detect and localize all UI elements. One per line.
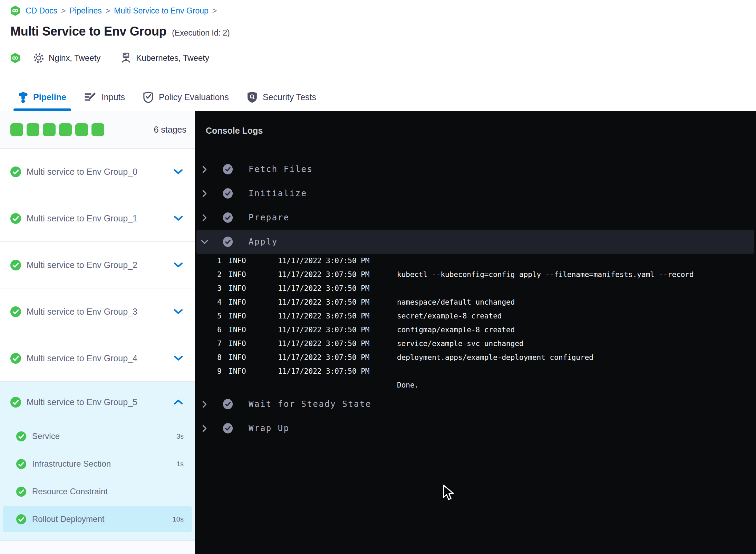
console-step-label: Apply bbox=[249, 237, 278, 247]
console-step-section[interactable]: Fetch Files bbox=[195, 157, 756, 181]
console-step-label: Prepare bbox=[249, 213, 290, 222]
success-check-icon bbox=[16, 487, 26, 497]
tab-label: Security Tests bbox=[263, 92, 316, 102]
chevron-right-icon[interactable] bbox=[202, 214, 207, 222]
log-line-number: 7 bbox=[195, 340, 222, 348]
chevron-down-icon[interactable] bbox=[174, 169, 183, 174]
breadcrumb-separator: > bbox=[106, 6, 110, 15]
log-line-number: 5 bbox=[195, 312, 222, 320]
log-line-number: 4 bbox=[195, 298, 222, 306]
log-level: INFO bbox=[229, 257, 258, 265]
console-step-section[interactable]: Initialize bbox=[195, 181, 756, 206]
success-check-icon bbox=[10, 213, 21, 224]
success-check-icon bbox=[16, 514, 26, 524]
tab-pipeline[interactable]: Pipeline bbox=[18, 84, 66, 111]
harness-logo-icon bbox=[10, 53, 20, 63]
log-line-number: 9 bbox=[195, 367, 222, 375]
chevron-up-icon[interactable] bbox=[174, 399, 183, 405]
stage-label: Multi service to Env Group_2 bbox=[27, 260, 174, 270]
stage-label: Multi service to Env Group_5 bbox=[27, 397, 174, 407]
console-step-label: Initialize bbox=[249, 189, 307, 198]
stage-progress-square[interactable] bbox=[10, 123, 23, 136]
console-step-section[interactable]: Wrap Up bbox=[195, 416, 756, 440]
log-line-number: 3 bbox=[195, 284, 222, 293]
environments-label: Kubernetes, Tweety bbox=[136, 53, 209, 63]
stage-row[interactable]: Multi service to Env Group_4 bbox=[0, 335, 195, 382]
chevron-down-icon[interactable] bbox=[174, 262, 183, 268]
step-duration: 10s bbox=[173, 515, 184, 523]
console-step-label: Fetch Files bbox=[249, 164, 313, 174]
tab-inputs[interactable]: Inputs bbox=[84, 84, 125, 111]
stage-progress-square[interactable] bbox=[27, 123, 39, 136]
log-lines: 1 INFO 11/17/2022 3:07:50 PM 2 INFO 11/1… bbox=[195, 254, 756, 392]
breadcrumb-separator: > bbox=[61, 6, 66, 15]
stage-row[interactable]: Multi service to Env Group_1 bbox=[0, 195, 195, 242]
stage-progress-square[interactable] bbox=[91, 123, 104, 136]
security-shield-icon bbox=[247, 91, 258, 103]
step-label: Resource Constraint bbox=[32, 487, 184, 496]
chevron-right-icon[interactable] bbox=[202, 424, 207, 432]
success-check-icon bbox=[10, 306, 21, 317]
log-line-number: 6 bbox=[195, 326, 222, 334]
stage-label: Multi service to Env Group_4 bbox=[27, 353, 174, 363]
breadcrumb-link[interactable]: Pipelines bbox=[69, 6, 101, 15]
stage-progress-square[interactable] bbox=[59, 123, 72, 136]
stage-progress-square[interactable] bbox=[43, 123, 56, 136]
stage-row[interactable]: Multi service to Env Group_0 bbox=[0, 149, 195, 195]
chevron-right-icon[interactable] bbox=[202, 165, 207, 173]
console-step-section[interactable]: Apply bbox=[196, 230, 754, 254]
step-label: Infrastructure Section bbox=[32, 459, 176, 469]
chevron-down-icon[interactable] bbox=[174, 216, 183, 221]
chevron-right-icon[interactable] bbox=[202, 190, 207, 198]
log-line: 2 INFO 11/17/2022 3:07:50 PM kubectl --k… bbox=[195, 268, 756, 281]
chevron-down-icon[interactable] bbox=[174, 355, 183, 361]
log-line: 1 INFO 11/17/2022 3:07:50 PM bbox=[195, 254, 756, 268]
step-row[interactable]: Infrastructure Section 1s bbox=[0, 450, 195, 478]
stage-row[interactable]: Multi service to Env Group_2 bbox=[0, 242, 195, 288]
console-step-section[interactable]: Prepare bbox=[195, 206, 756, 230]
log-timestamp: 11/17/2022 3:07:50 PM bbox=[278, 326, 397, 334]
stage-progress-squares bbox=[10, 123, 154, 136]
log-timestamp: 11/17/2022 3:07:50 PM bbox=[278, 340, 397, 348]
content-area: 6 stages Multi service to Env Group_0 Mu… bbox=[0, 111, 756, 554]
console-step-section[interactable]: Wait for Steady State bbox=[195, 392, 756, 416]
success-check-icon bbox=[10, 353, 21, 364]
log-timestamp: 11/17/2022 3:07:50 PM bbox=[278, 353, 397, 362]
success-check-icon bbox=[223, 164, 233, 175]
log-message: namespace/default unchanged bbox=[397, 298, 756, 306]
step-row[interactable]: Service 3s bbox=[0, 422, 195, 450]
stages-sidebar: 6 stages Multi service to Env Group_0 Mu… bbox=[0, 111, 195, 554]
success-check-icon bbox=[223, 399, 233, 410]
breadcrumb: CD Docs>Pipelines>Multi Service to Env G… bbox=[10, 6, 221, 16]
breadcrumb-link[interactable]: Multi Service to Env Group bbox=[114, 6, 209, 15]
log-level: INFO bbox=[229, 353, 258, 362]
stage-row[interactable]: Multi service to Env Group_3 bbox=[0, 288, 195, 335]
tab-security-tests[interactable]: Security Tests bbox=[247, 84, 316, 111]
chevron-down-icon[interactable] bbox=[174, 309, 183, 314]
log-timestamp: 11/17/2022 3:07:50 PM bbox=[278, 298, 397, 306]
tab-label: Policy Evaluations bbox=[159, 92, 229, 102]
log-level: INFO bbox=[229, 326, 258, 334]
console-step-label: Wait for Steady State bbox=[249, 399, 371, 409]
log-timestamp: 11/17/2022 3:07:50 PM bbox=[278, 312, 397, 320]
log-line: 3 INFO 11/17/2022 3:07:50 PM bbox=[195, 281, 756, 295]
log-line: 8 INFO 11/17/2022 3:07:50 PM deployment.… bbox=[195, 351, 756, 364]
expanded-stage: Multi service to Env Group_5 Service 3s … bbox=[0, 382, 195, 541]
tab-policy-evaluations[interactable]: Policy Evaluations bbox=[143, 84, 229, 111]
stage-row[interactable]: Multi service to Env Group_5 bbox=[0, 382, 195, 422]
log-line: Done. bbox=[195, 378, 756, 392]
log-message: configmap/example-8 created bbox=[397, 326, 756, 334]
step-row[interactable]: Resource Constraint bbox=[0, 478, 195, 505]
chevron-right-icon[interactable] bbox=[202, 400, 207, 408]
success-check-icon bbox=[223, 236, 233, 247]
breadcrumb-link[interactable]: CD Docs bbox=[26, 6, 57, 15]
success-check-icon bbox=[223, 423, 233, 434]
step-row[interactable]: Rollout Deployment 10s bbox=[3, 506, 192, 532]
success-check-icon bbox=[10, 397, 21, 408]
log-timestamp: 11/17/2022 3:07:50 PM bbox=[278, 270, 397, 279]
stage-progress-square[interactable] bbox=[75, 123, 88, 136]
chevron-down-icon[interactable] bbox=[202, 238, 207, 246]
services-gear-icon bbox=[33, 52, 44, 64]
harness-logo-icon bbox=[10, 6, 20, 16]
log-message: deployment.apps/example-deployment confi… bbox=[397, 353, 756, 362]
